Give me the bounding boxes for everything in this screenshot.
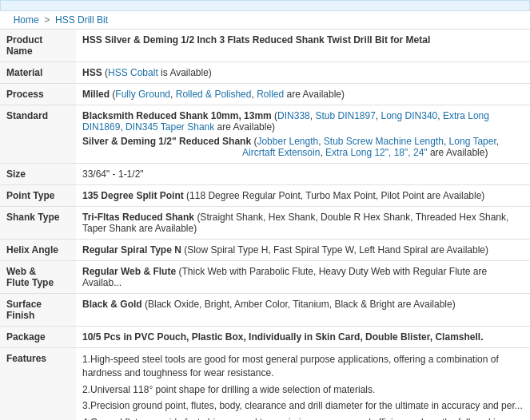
row-label: Material [0,62,76,84]
row-value: Regular Spiral Type N (Slow Spiral Type … [76,240,530,261]
table-row: Point Type135 Degree Split Point (118 De… [0,185,530,207]
row-label: Helix Angle [0,240,76,261]
breadcrumb-category[interactable]: HSS Drill Bit [55,14,108,26]
feature-item: 4.Ground flutes provide fast chip remova… [82,416,524,420]
table-row: Size33/64" - 1-1/2" [0,164,530,185]
feature-item: 2.Universal 118° point shape for drillin… [82,383,524,397]
row-value: Regular Web & Flute (Thick Web with Para… [76,261,530,294]
row-label: Package [0,327,76,348]
table-row: MaterialHSS (HSS Cobalt is Available) [0,62,530,84]
table-row: Helix AngleRegular Spiral Type N (Slow S… [0,240,530,261]
row-label: Web & Flute Type [0,261,76,294]
row-label: Features [0,348,76,421]
table-row: Package10/5 Pcs in PVC Pouch, Plastic Bo… [0,327,530,348]
table-row: ProcessMilled (Fully Ground, Rolled & Po… [0,84,530,105]
row-value: 1.High-speed steel tools are good for mo… [76,348,530,421]
table-row: Features1.High-speed steel tools are goo… [0,348,530,421]
row-value: Blacksmith Reduced Shank 10mm, 13mm (DIN… [76,105,530,164]
row-value: 10/5 Pcs in PVC Pouch, Plastic Box, Indi… [76,327,530,348]
row-value: HSS Silver & Deming 1/2 Inch 3 Flats Red… [76,30,530,62]
row-value: 33/64" - 1-1/2" [76,164,530,185]
row-label: Standard [0,105,76,164]
row-label: Process [0,84,76,105]
row-value: HSS (HSS Cobalt is Available) [76,62,530,84]
row-value: Milled (Fully Ground, Rolled & Polished,… [76,84,530,105]
breadcrumb: Home > HSS Drill Bit [0,11,530,30]
table-row: Product NameHSS Silver & Deming 1/2 Inch… [0,30,530,62]
breadcrumb-home[interactable]: Home [14,14,39,26]
feature-item: 3.Precision ground point, flutes, body, … [82,399,524,413]
table-row: Web & Flute TypeRegular Web & Flute (Thi… [0,261,530,294]
feature-item: 1.High-speed steel tools are good for mo… [82,353,524,380]
title-bar [0,0,530,11]
table-row: Surface FinishBlack & Gold (Black Oxide,… [0,294,530,327]
row-label: Surface Finish [0,294,76,327]
row-label: Product Name [0,30,76,62]
row-label: Shank Type [0,207,76,240]
row-value: 135 Degree Split Point (118 Degree Regul… [76,185,530,207]
row-label: Point Type [0,185,76,207]
table-row: Shank TypeTri-Fltas Reduced Shank (Strai… [0,207,530,240]
product-name-value: HSS Silver & Deming 1/2 Inch 3 Flats Red… [82,34,430,46]
row-label: Size [0,164,76,185]
row-value: Tri-Fltas Reduced Shank (Straight Shank,… [76,207,530,240]
table-row: StandardBlacksmith Reduced Shank 10mm, 1… [0,105,530,164]
row-value: Black & Gold (Black Oxide, Bright, Amber… [76,294,530,327]
